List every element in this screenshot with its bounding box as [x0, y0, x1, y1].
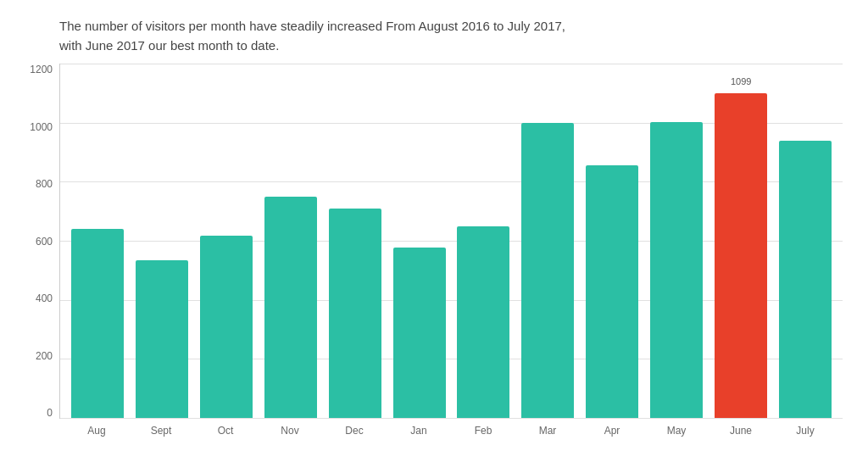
- x-axis-label-aug: Aug: [68, 425, 125, 437]
- y-axis-label: 600: [36, 236, 53, 248]
- y-axis-label: 200: [36, 350, 53, 362]
- y-axis-label: 1200: [30, 64, 53, 75]
- x-labels: AugSeptOctNovDecJanFebMarAprMayJuneJuly: [59, 419, 843, 443]
- bars-and-grid: 1099: [59, 64, 843, 419]
- bar-nov: [264, 197, 317, 418]
- bar-group: [583, 64, 641, 418]
- bar-oct: [200, 236, 253, 418]
- bar-june: 1099: [715, 93, 767, 418]
- grid-line: [60, 418, 843, 419]
- x-axis-label-july: July: [776, 425, 834, 437]
- x-axis-label-mar: Mar: [519, 425, 576, 437]
- x-axis-label-apr: Apr: [583, 425, 641, 437]
- x-axis-label-nov: Nov: [261, 425, 319, 437]
- bar-sept: [136, 260, 188, 418]
- bar-group: [133, 64, 191, 418]
- bar-jan: [393, 248, 446, 418]
- bar-july: [779, 141, 832, 418]
- y-axis-label: 800: [36, 178, 53, 190]
- bar-mar: [521, 123, 574, 418]
- bar-value-label: 1099: [715, 76, 767, 86]
- x-axis-label-may: May: [648, 425, 705, 437]
- x-axis-label-june: June: [712, 425, 770, 437]
- bar-may: [650, 122, 703, 418]
- bar-dec: [329, 209, 381, 418]
- bar-group: [69, 64, 126, 418]
- bar-feb: [457, 226, 509, 418]
- x-axis-label-sept: Sept: [132, 425, 190, 437]
- x-axis-label-jan: Jan: [390, 425, 448, 437]
- y-axis: 120010008006004002000: [17, 64, 59, 443]
- x-axis-label-feb: Feb: [454, 425, 512, 437]
- bar-group: [198, 64, 255, 418]
- bar-aug: [71, 229, 124, 418]
- bar-group: [326, 64, 384, 418]
- y-axis-label: 400: [36, 292, 53, 304]
- chart-inner: 1099 AugSeptOctNovDecJanFebMarAprMayJune…: [59, 64, 843, 443]
- bar-apr: [586, 165, 638, 418]
- bar-group: [776, 64, 834, 418]
- y-axis-label: 1000: [30, 121, 53, 133]
- chart-area: 120010008006004002000 1099 AugSeptOctNov…: [17, 64, 843, 443]
- bar-group: [262, 64, 320, 418]
- x-axis-label-dec: Dec: [326, 425, 383, 437]
- chart-title: The number of visitors per month have st…: [17, 17, 843, 55]
- bar-group: [519, 64, 576, 418]
- chart-container: The number of visitors per month have st…: [0, 0, 868, 451]
- bar-group: 1099: [712, 64, 770, 418]
- bar-group: [391, 64, 448, 418]
- bar-group: [455, 64, 513, 418]
- y-axis-label: 0: [47, 407, 53, 419]
- bar-group: [648, 64, 705, 418]
- x-axis-label-oct: Oct: [197, 425, 254, 437]
